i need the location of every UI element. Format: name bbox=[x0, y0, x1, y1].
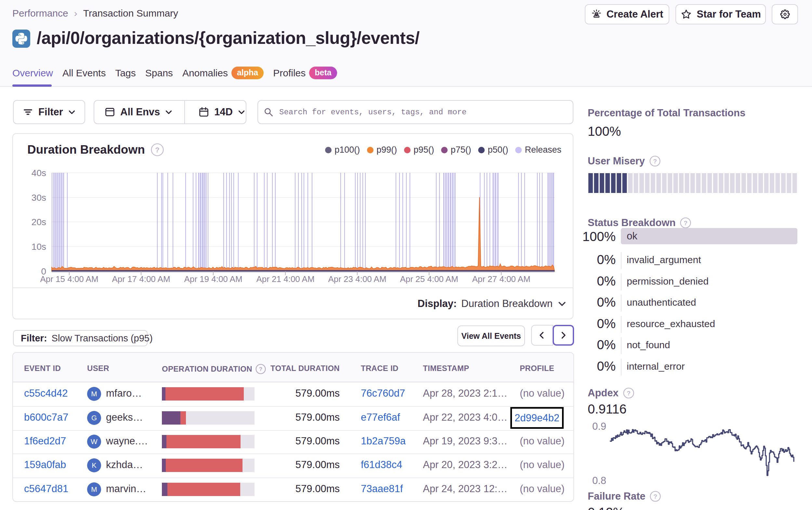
svg-text:?: ? bbox=[259, 366, 263, 372]
svg-text:20s: 20s bbox=[32, 217, 46, 227]
svg-text:10s: 10s bbox=[32, 242, 46, 252]
svg-text:?: ? bbox=[654, 493, 658, 500]
svg-text:?: ? bbox=[627, 390, 631, 397]
svg-text:Apr 27 4:00 AM: Apr 27 4:00 AM bbox=[472, 274, 530, 284]
svg-text:Apr 19 4:00 AM: Apr 19 4:00 AM bbox=[184, 274, 242, 284]
svg-text:40s: 40s bbox=[32, 168, 46, 178]
svg-text:?: ? bbox=[684, 219, 688, 227]
svg-text:Apr 21 4:00 AM: Apr 21 4:00 AM bbox=[256, 274, 314, 284]
svg-text:?: ? bbox=[653, 158, 657, 165]
svg-text:30s: 30s bbox=[32, 192, 46, 203]
svg-text:Apr 15 4:00 AM: Apr 15 4:00 AM bbox=[40, 274, 98, 284]
svg-text:Apr 23 4:00 AM: Apr 23 4:00 AM bbox=[328, 274, 386, 284]
svg-text:Apr 25 4:00 AM: Apr 25 4:00 AM bbox=[400, 274, 458, 284]
svg-text:Apr 17 4:00 AM: Apr 17 4:00 AM bbox=[112, 274, 170, 284]
